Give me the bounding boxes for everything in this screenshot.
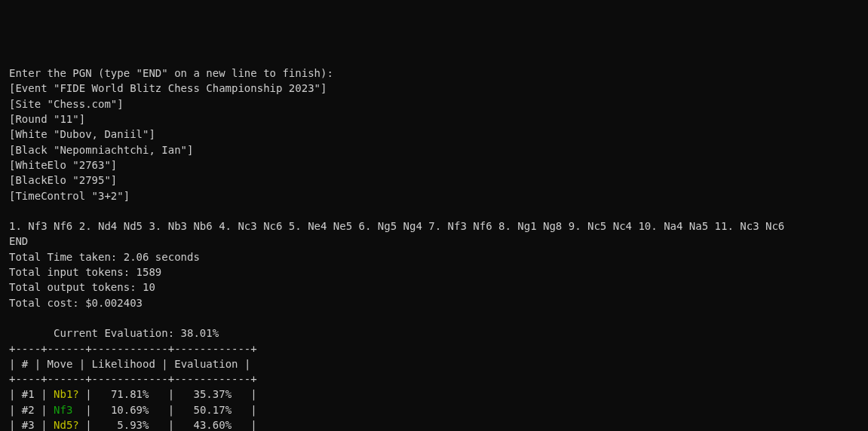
pgn-prompt: Enter the PGN (type "END" on a new line …	[9, 67, 333, 79]
cell-rank: #1	[15, 387, 41, 402]
pgn-header: [Black "Nepomniachtchi, Ian"]	[9, 144, 193, 156]
cell-rank: #3	[15, 417, 41, 431]
stats-output-tokens: Total output tokens: 10	[9, 281, 155, 293]
stats-time: Total Time taken: 2.06 seconds	[9, 251, 200, 263]
cell-evaluation: 43.60%	[174, 417, 250, 431]
table-row: | #2 | Nf3 | 10.69% | 50.17% |	[9, 404, 257, 416]
table-row: | #1 | Nb1? | 71.81% | 35.37% |	[9, 388, 257, 400]
pgn-header: [Event "FIDE World Blitz Chess Champions…	[9, 82, 327, 94]
col-rank: #	[15, 356, 34, 371]
table-border: +----+------+------------+------------+	[9, 343, 257, 355]
col-evaluation: Evaluation	[168, 356, 244, 371]
cell-move: Nd5?	[48, 417, 86, 431]
stats-cost: Total cost: $0.002403	[9, 297, 143, 309]
cell-move: Nf3	[48, 402, 86, 417]
pgn-end: END	[9, 235, 28, 247]
pgn-header: [WhiteElo "2763"]	[9, 159, 117, 171]
cell-evaluation: 35.37%	[174, 387, 250, 402]
cell-likelihood: 71.81%	[92, 387, 168, 402]
pgn-header: [White "Dubov, Daniil"]	[9, 128, 155, 140]
terminal-output[interactable]: Enter the PGN (type "END" on a new line …	[9, 66, 859, 431]
stats-input-tokens: Total input tokens: 1589	[9, 266, 161, 278]
cell-rank: #2	[15, 402, 41, 417]
col-move: Move	[41, 356, 79, 371]
table-border: +----+------+------------+------------+	[9, 373, 257, 385]
cell-likelihood: 10.69%	[92, 402, 168, 417]
pgn-header: [Site "Chess.com"]	[9, 98, 124, 110]
current-evaluation: Current Evaluation: 38.01%	[9, 327, 219, 339]
table-row: | #3 | Nd5? | 5.93% | 43.60% |	[9, 419, 257, 431]
pgn-header: [Round "11"]	[9, 113, 85, 125]
col-likelihood: Likelihood	[85, 356, 161, 371]
pgn-header: [TimeControl "3+2"]	[9, 190, 130, 202]
pgn-moves: 1. Nf3 Nf6 2. Nd4 Nd5 3. Nb3 Nb6 4. Nc3 …	[9, 220, 784, 232]
cell-move: Nb1?	[48, 387, 86, 402]
cell-evaluation: 50.17%	[174, 402, 250, 417]
cell-likelihood: 5.93%	[92, 417, 168, 431]
table-head-row: | # | Move | Likelihood | Evaluation |	[9, 358, 250, 370]
pgn-header: [BlackElo "2795"]	[9, 174, 117, 186]
